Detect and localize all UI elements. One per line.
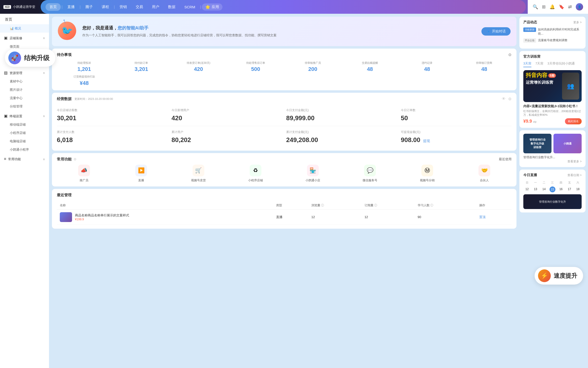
- training-tab-7day[interactable]: 7天营: [535, 61, 543, 67]
- user-avatar[interactable]: 👤: [576, 3, 583, 11]
- cal-day-13[interactable]: 13: [532, 186, 539, 192]
- live-thumbnail: 管理咨询行业数字化升: [523, 194, 582, 209]
- banner-content: 抖音内容5期 运营增长训练营: [526, 72, 562, 85]
- ai-mascot: 🐦 ↑: [58, 22, 77, 41]
- sidebar-item-xqt[interactable]: 小鹊通小程序: [0, 145, 49, 154]
- student-info-icon[interactable]: ⓘ: [430, 204, 433, 207]
- func-item-miniprogram-store[interactable]: ♻ 小程序店铺: [229, 165, 283, 183]
- action-pin-button[interactable]: 置顶: [479, 215, 486, 219]
- biz-label-total-payment: 累计支付金额(元): [286, 130, 397, 134]
- sidebar-section-store-header[interactable]: ▣店铺装修 ∧: [0, 34, 49, 42]
- nav-tab-data[interactable]: 数据: [164, 3, 179, 11]
- nav-tab-circle[interactable]: 圈子: [82, 3, 97, 11]
- functions-settings-icon[interactable]: ⚙: [74, 157, 77, 161]
- training-price-area: ¥9.9 vip: [523, 119, 537, 124]
- dynamics-item-1: 功能更新 如何高效的利用碎片时间完成系统...: [523, 27, 582, 36]
- cal-day-17[interactable]: 17: [566, 186, 573, 192]
- chevron-down-icon-2: ∧: [43, 71, 45, 75]
- todo-label-pending-ship: 待发货订单(近30天): [171, 61, 226, 65]
- refresh-icon[interactable]: ⇄: [568, 4, 572, 10]
- biz-value-payment: 89,999.00: [286, 114, 397, 122]
- views-info-icon[interactable]: ⓘ: [321, 204, 324, 207]
- sub-info-icon[interactable]: ⓘ: [374, 204, 377, 207]
- training-title: 官方训练营: [523, 54, 582, 59]
- nav-tab-user[interactable]: 用户: [148, 3, 163, 11]
- sidebar-item-imgdesign[interactable]: 图片设计: [0, 86, 49, 94]
- app-label: 应用: [212, 5, 219, 9]
- sidebar-item-traffic[interactable]: 流量中心: [0, 94, 49, 102]
- cal-day-16[interactable]: 16: [557, 186, 565, 192]
- todo-settings-icon[interactable]: ⚙: [508, 53, 512, 57]
- live-thumbnail-text: 管理咨询行业数字化升: [539, 200, 566, 204]
- register-button[interactable]: 截此报名: [565, 118, 582, 124]
- functions-card: 常用功能 ⚙ 最近使用 📣 推广员 ▶️ 直播 🛒 视频号卖货: [52, 153, 516, 186]
- nav-tab-marketing[interactable]: 营销: [116, 3, 131, 11]
- th-subscriptions: 订阅量 ⓘ: [362, 201, 415, 210]
- td-subscriptions: 12: [362, 210, 415, 224]
- cal-day-14[interactable]: 14: [540, 186, 548, 192]
- search-icon[interactable]: 🔍: [533, 4, 538, 10]
- app-emoji: 🌟: [205, 5, 210, 9]
- sidebar-section-terminal-header[interactable]: ▣终端设置 ∧: [0, 112, 49, 120]
- sidebar-item-miniprogram[interactable]: 小程序店铺: [0, 129, 49, 137]
- ai-banner: 🐦 ↑ 您好，我是通通，您的智能AI助手 作为一个人工智能助手，我可以回答您的问…: [52, 17, 516, 46]
- biz-item-new-users: 今日新增用户 420: [172, 105, 282, 125]
- sidebar-section-common-header[interactable]: ≡常用功能 ∧: [0, 155, 49, 163]
- func-label-promoter: 推广员: [80, 178, 88, 183]
- func-item-wechat-service[interactable]: 💬 微信服务号: [343, 165, 397, 183]
- sidebar-item-mobile[interactable]: 移动端店铺: [0, 120, 49, 129]
- withdraw-link[interactable]: 提现: [423, 139, 430, 143]
- func-item-xqt-shop[interactable]: 🏪 小鹊通小店: [286, 165, 340, 183]
- sidebar-item-overview[interactable]: 📊 概况: [0, 24, 49, 33]
- nav-tab-course[interactable]: 课程: [98, 3, 113, 11]
- nav-app-button[interactable]: 🌟 应用: [202, 3, 222, 11]
- upgrade-banner: 🚀 结构升级: [5, 49, 55, 67]
- see-more-link[interactable]: 查看更多 >: [523, 159, 582, 164]
- training-tab-3day[interactable]: 3天营: [523, 61, 531, 67]
- sidebar-item-materials[interactable]: 素材中心: [0, 77, 49, 86]
- cal-day-18[interactable]: 18: [574, 186, 582, 192]
- cal-header-sat: 六: [574, 180, 582, 185]
- eye-icon[interactable]: 👁: [502, 97, 506, 101]
- td-type: 直播: [273, 210, 308, 224]
- promoter-icon: 📣: [78, 165, 90, 176]
- functions-grid: 📣 推广员 ▶️ 直播 🛒 视频号卖货 ♻ 小程序店铺 🏪 小鹊通小店: [57, 165, 512, 183]
- sidebar-item-pc[interactable]: 电脑端店铺: [0, 137, 49, 145]
- biz-data-header: 经营数据 更新时间：2023-10-20 00:00:00 👁 ⚙: [57, 97, 512, 101]
- td-action: 置顶: [476, 210, 512, 224]
- cal-day-12[interactable]: 12: [523, 186, 531, 192]
- logo-text: 小鹊通运营学堂: [13, 5, 35, 9]
- layout-icon[interactable]: ⊞: [542, 4, 546, 10]
- bell-icon[interactable]: 🔔: [550, 4, 555, 10]
- nav-tab-trade[interactable]: 交易: [132, 3, 147, 11]
- bookmark-icon[interactable]: 🔖: [559, 4, 564, 10]
- speed-text: 速度提升: [554, 272, 577, 280]
- nav-tabs-container: 首页 | 直播 | 圈子 课程 | 营销 交易 用户 数据 SCRM | 🌟 应…: [41, 0, 526, 14]
- th-views: 浏览量 ⓘ: [308, 201, 362, 210]
- sidebar-section-resources: ▨资源管理 ∧ 素材中心 图片设计 流量中心 分组管理: [0, 68, 49, 111]
- start-chat-button[interactable]: 🔹 开始对话: [481, 27, 511, 36]
- func-item-partner[interactable]: 🤝 合伙人: [457, 165, 512, 183]
- func-item-live[interactable]: ▶️ 直播: [114, 165, 169, 183]
- func-item-video-dist[interactable]: Ⓜ 视频号分销: [400, 165, 454, 183]
- nav-tab-home[interactable]: 首页: [46, 3, 61, 11]
- live-header: 今日直播 查看往期 >: [523, 173, 582, 177]
- nav-tab-live[interactable]: 直播: [63, 3, 79, 11]
- todo-label-promoter: 待审核推广员: [285, 61, 340, 65]
- biz-value-total-payers: 6,018: [57, 136, 168, 144]
- th-type: 类型: [273, 201, 308, 210]
- func-item-promoter[interactable]: 📣 推广员: [57, 165, 111, 183]
- live-more-link[interactable]: 查看往期 >: [567, 173, 582, 177]
- biz-settings-icon[interactable]: ⚙: [508, 97, 512, 101]
- cal-day-15-today[interactable]: 15: [550, 186, 555, 192]
- functions-header: 常用功能 ⚙ 最近使用: [57, 157, 512, 162]
- dynamics-more-link[interactable]: 更多 >: [573, 20, 582, 25]
- nav-tab-scrm[interactable]: SCRM: [180, 3, 199, 11]
- sidebar-item-groupmanage[interactable]: 分组管理: [0, 102, 49, 111]
- sidebar-section-resources-header[interactable]: ▨资源管理 ∧: [0, 68, 49, 77]
- training-price-row: ¥9.9 vip 截此报名: [523, 118, 582, 124]
- th-students: 学习人数 ⓘ: [415, 201, 476, 210]
- func-item-video-sell[interactable]: 🛒 视频号卖货: [171, 165, 226, 183]
- training-tab-xqt[interactable]: 3天带你玩转小鹊通: [547, 61, 575, 67]
- todo-value-aftersale: 500: [228, 66, 283, 72]
